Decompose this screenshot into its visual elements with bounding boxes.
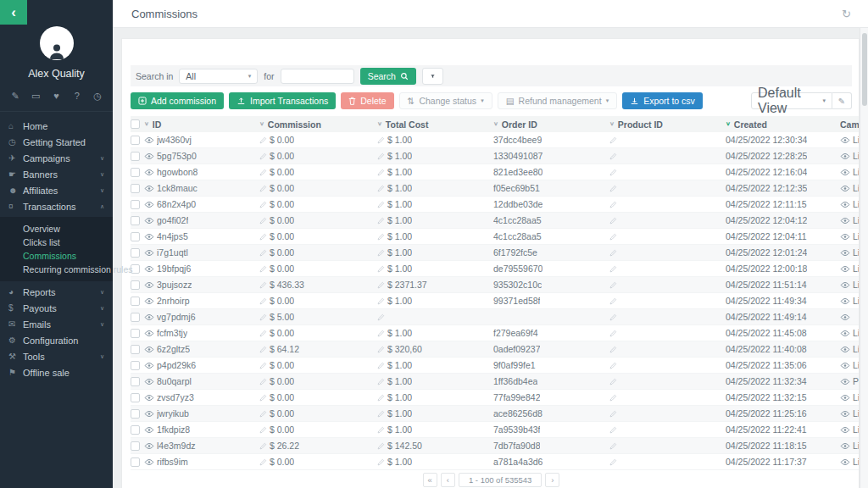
edit-commission-icon[interactable] <box>259 394 267 402</box>
edit-product-id-icon[interactable] <box>609 136 617 144</box>
edit-total-cost-icon[interactable] <box>377 394 385 402</box>
refund-management-button[interactable]: ▤ Refund management ▾ <box>498 92 618 109</box>
edit-commission-icon[interactable] <box>259 265 267 273</box>
submenu-item-clicks-list[interactable]: Clicks list <box>0 236 113 249</box>
column-header-created[interactable]: ∨ Created <box>726 119 840 130</box>
row-checkbox[interactable] <box>131 232 140 241</box>
view-commission-icon[interactable] <box>144 265 154 273</box>
column-header-commission[interactable]: ∨ Commission <box>259 119 377 130</box>
view-commission-icon[interactable] <box>144 313 154 321</box>
sidebar-item-offline-sale[interactable]: ⚑ Offline sale <box>0 364 113 380</box>
edit-product-id-icon[interactable] <box>609 185 617 192</box>
sidebar-item-tools[interactable]: ⚒ Tools ∨ <box>0 348 113 364</box>
edit-total-cost-icon[interactable] <box>377 185 385 192</box>
view-campaign-icon[interactable] <box>840 426 850 434</box>
row-checkbox[interactable] <box>131 329 140 338</box>
help-icon[interactable]: ? <box>71 91 83 102</box>
view-campaign-icon[interactable] <box>840 442 850 450</box>
filter-button[interactable] <box>422 68 443 85</box>
edit-total-cost-icon[interactable] <box>377 249 385 257</box>
edit-commission-icon[interactable] <box>259 169 267 176</box>
select-all-checkbox[interactable] <box>131 119 140 129</box>
edit-product-id-icon[interactable] <box>609 378 617 385</box>
row-checkbox[interactable] <box>131 168 140 177</box>
view-campaign-icon[interactable] <box>840 378 850 385</box>
edit-total-cost-icon[interactable] <box>377 313 385 321</box>
view-campaign-icon[interactable] <box>840 217 850 225</box>
row-checkbox[interactable] <box>131 248 140 258</box>
edit-product-id-icon[interactable] <box>609 313 617 321</box>
edit-profile-icon[interactable]: ✎ <box>9 91 21 102</box>
next-page-button[interactable]: › <box>545 473 559 487</box>
edit-commission-icon[interactable] <box>259 249 267 257</box>
view-commission-icon[interactable] <box>144 378 154 385</box>
view-campaign-icon[interactable] <box>840 330 850 337</box>
sidebar-item-campaigns[interactable]: ✈ Campaigns ∨ <box>0 150 113 166</box>
edit-commission-icon[interactable] <box>259 281 267 289</box>
row-checkbox[interactable] <box>131 377 140 386</box>
view-commission-icon[interactable] <box>144 217 154 225</box>
export-csv-button[interactable]: Export to csv <box>622 92 703 109</box>
edit-product-id-icon[interactable] <box>609 169 617 176</box>
sidebar-item-banners[interactable]: ☛ Banners ∨ <box>0 166 113 182</box>
view-campaign-icon[interactable] <box>840 458 850 466</box>
edit-total-cost-icon[interactable] <box>377 233 385 241</box>
edit-view-button[interactable]: ✎ <box>832 92 852 109</box>
edit-commission-icon[interactable] <box>259 426 267 434</box>
edit-product-id-icon[interactable] <box>609 458 617 466</box>
edit-product-id-icon[interactable] <box>609 297 617 305</box>
edit-total-cost-icon[interactable] <box>377 330 385 337</box>
row-checkbox[interactable] <box>131 200 140 209</box>
row-checkbox[interactable] <box>131 361 140 370</box>
edit-commission-icon[interactable] <box>259 297 267 305</box>
view-campaign-icon[interactable] <box>840 233 850 241</box>
view-commission-icon[interactable] <box>144 169 154 176</box>
view-commission-icon[interactable] <box>144 426 154 434</box>
edit-commission-icon[interactable] <box>259 152 267 160</box>
sidebar-item-configuration[interactable]: ⚙ Configuration <box>0 332 113 348</box>
edit-total-cost-icon[interactable] <box>377 458 385 466</box>
delete-button[interactable]: Delete <box>341 92 393 109</box>
scrollbar[interactable] <box>860 28 868 488</box>
column-header-id[interactable]: ∨ ID <box>144 119 259 130</box>
default-view-select[interactable]: Default View ▾ <box>751 92 832 109</box>
edit-product-id-icon[interactable] <box>609 442 617 450</box>
edit-commission-icon[interactable] <box>259 378 267 385</box>
edit-product-id-icon[interactable] <box>609 346 617 353</box>
sidebar-item-payouts[interactable]: $ Payouts ∨ <box>0 300 113 316</box>
view-commission-icon[interactable] <box>144 346 154 353</box>
row-checkbox[interactable] <box>131 441 140 451</box>
edit-product-id-icon[interactable] <box>609 265 617 273</box>
row-checkbox[interactable] <box>131 297 140 306</box>
row-checkbox[interactable] <box>131 280 140 290</box>
edit-total-cost-icon[interactable] <box>377 152 385 160</box>
import-transactions-button[interactable]: Import Transactions <box>229 92 336 109</box>
view-commission-icon[interactable] <box>144 410 154 418</box>
view-campaign-icon[interactable] <box>840 152 850 160</box>
edit-commission-icon[interactable] <box>259 458 267 466</box>
prev-page-button[interactable]: ‹ <box>441 473 455 487</box>
column-header-total-cost[interactable]: ∨ Total Cost <box>377 119 493 130</box>
edit-commission-icon[interactable] <box>259 442 267 450</box>
view-commission-icon[interactable] <box>144 233 154 241</box>
first-page-button[interactable]: « <box>423 473 437 487</box>
edit-total-cost-icon[interactable] <box>377 201 385 208</box>
view-campaign-icon[interactable] <box>840 313 850 321</box>
edit-product-id-icon[interactable] <box>609 426 617 434</box>
view-commission-icon[interactable] <box>144 152 154 160</box>
search-button[interactable]: Search <box>360 68 416 85</box>
view-campaign-icon[interactable] <box>840 249 850 257</box>
view-commission-icon[interactable] <box>144 185 154 192</box>
row-checkbox[interactable] <box>131 216 140 225</box>
view-commission-icon[interactable] <box>144 330 154 337</box>
view-commission-icon[interactable] <box>144 362 154 369</box>
favorites-icon[interactable]: ♥ <box>51 91 63 102</box>
refresh-icon[interactable]: ↻ <box>842 8 851 20</box>
edit-commission-icon[interactable] <box>259 362 267 369</box>
sidebar-item-reports[interactable]: ◕ Reports ∨ <box>0 284 113 300</box>
column-header-order-id[interactable]: ∨ Order ID <box>493 119 609 130</box>
view-campaign-icon[interactable] <box>840 281 850 289</box>
avatar[interactable] <box>40 26 74 60</box>
scrollbar-thumb[interactable] <box>862 33 867 106</box>
row-checkbox[interactable] <box>131 136 140 145</box>
